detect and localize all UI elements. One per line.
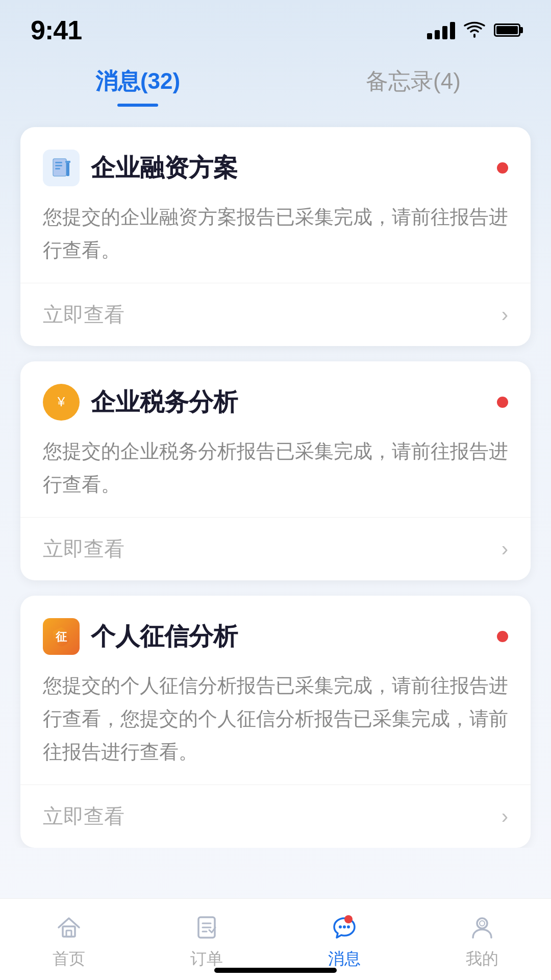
home-bar: [214, 968, 337, 973]
svg-point-17: [480, 921, 485, 926]
status-bar: 9:41: [0, 0, 551, 46]
svg-rect-10: [66, 930, 71, 937]
status-icons: [427, 21, 520, 39]
credit-analysis-icon: 征: [43, 618, 80, 655]
chevron-right-icon: ›: [502, 805, 508, 828]
mine-icon: [466, 911, 498, 944]
svg-point-14: [347, 925, 350, 928]
card-title-tax-analysis: 企业税务分析: [91, 386, 238, 419]
card-action-credit-analysis[interactable]: 立即查看 ›: [43, 785, 508, 848]
content-area: 企业融资方案 您提交的企业融资方案报告已采集完成，请前往报告进行查看。 立即查看…: [0, 107, 551, 848]
svg-rect-3: [55, 168, 60, 169]
card-title-area: ¥ 企业税务分析: [43, 384, 238, 421]
svg-point-15: [344, 915, 353, 923]
chevron-right-icon: ›: [502, 537, 508, 560]
svg-rect-5: [65, 161, 70, 163]
chevron-right-icon: ›: [502, 303, 508, 326]
nav-mine-label: 我的: [466, 948, 498, 970]
card-title-credit-analysis: 个人征信分析: [91, 620, 238, 653]
battery-icon: [494, 23, 520, 37]
unread-dot: [497, 631, 508, 642]
messages-icon: [328, 911, 361, 944]
card-credit-analysis: 征 个人征信分析 您提交的个人征信分析报告已采集完成，请前往报告进行查看，您提交…: [20, 596, 531, 848]
card-body-tax-analysis: 您提交的企业税务分析报告已采集完成，请前往报告进行查看。: [43, 435, 508, 501]
svg-rect-0: [53, 159, 66, 176]
card-action-enterprise-financing[interactable]: 立即查看 ›: [43, 283, 508, 346]
svg-point-16: [477, 918, 487, 928]
card-title-area: 征 个人征信分析: [43, 618, 238, 655]
card-header: 企业融资方案: [43, 150, 508, 186]
svg-rect-4: [66, 162, 69, 176]
card-body-enterprise-financing: 您提交的企业融资方案报告已采集完成，请前往报告进行查看。: [43, 201, 508, 266]
card-header: 征 个人征信分析: [43, 618, 508, 655]
card-body-credit-analysis: 您提交的个人征信分析报告已采集完成，请前往报告进行查看，您提交的个人征信分析报告…: [43, 669, 508, 768]
svg-point-12: [343, 925, 346, 928]
card-enterprise-financing: 企业融资方案 您提交的企业融资方案报告已采集完成，请前往报告进行查看。 立即查看…: [20, 127, 531, 346]
svg-point-13: [339, 925, 342, 928]
home-icon: [53, 911, 85, 944]
status-time: 9:41: [31, 15, 82, 45]
card-tax-analysis: ¥ 企业税务分析 您提交的企业税务分析报告已采集完成，请前往报告进行查看。 立即…: [20, 361, 531, 580]
nav-home[interactable]: 首页: [53, 911, 85, 970]
nav-home-label: 首页: [53, 948, 85, 970]
action-text: 立即查看: [43, 802, 124, 830]
tax-analysis-icon: ¥: [43, 384, 80, 421]
action-text: 立即查看: [43, 301, 124, 329]
nav-orders[interactable]: 订单: [190, 911, 223, 970]
tab-memo[interactable]: 备忘录(4): [276, 66, 551, 107]
card-title-enterprise-financing: 企业融资方案: [91, 152, 238, 184]
nav-orders-label: 订单: [190, 948, 223, 970]
card-action-tax-analysis[interactable]: 立即查看 ›: [43, 518, 508, 580]
enterprise-financing-icon: [43, 150, 80, 186]
svg-rect-9: [63, 926, 75, 937]
card-header: ¥ 企业税务分析: [43, 384, 508, 421]
tab-bar: 消息(32) 备忘录(4): [0, 46, 551, 107]
unread-dot: [497, 162, 508, 174]
svg-rect-1: [55, 162, 62, 163]
card-title-area: 企业融资方案: [43, 150, 238, 186]
svg-text:征: 征: [55, 630, 67, 643]
action-text: 立即查看: [43, 535, 124, 563]
unread-dot: [497, 397, 508, 408]
orders-icon: [190, 911, 223, 944]
nav-messages[interactable]: 消息: [328, 911, 361, 970]
svg-rect-2: [55, 165, 62, 166]
nav-messages-label: 消息: [328, 948, 361, 970]
tab-active-indicator: [117, 104, 158, 107]
nav-mine[interactable]: 我的: [466, 911, 498, 970]
signal-icon: [427, 21, 455, 39]
tab-messages[interactable]: 消息(32): [0, 66, 276, 107]
wifi-icon: [464, 22, 485, 38]
svg-text:¥: ¥: [57, 394, 65, 409]
